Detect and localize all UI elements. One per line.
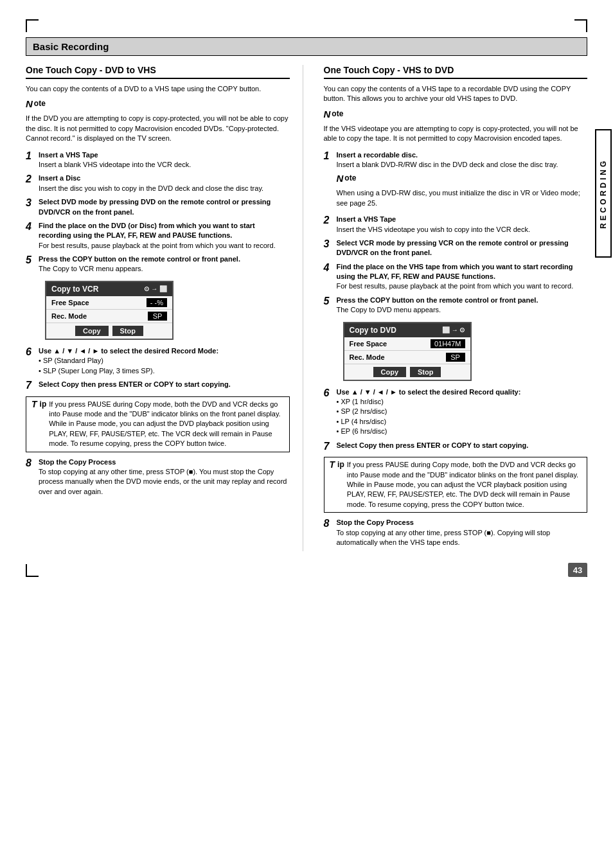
step-detail-2-right: Insert the VHS videotape you wish to cop…: [337, 226, 530, 233]
tip-label-left: ip: [40, 400, 47, 409]
menu-vcr-recmode-value: SP: [148, 312, 167, 321]
tip-icon-left: T: [31, 399, 37, 409]
step-4-right: 4 Find the place on the VHS tape from wh…: [324, 262, 588, 292]
step-title-5-right: Press the COPY button on the remote cont…: [337, 296, 538, 304]
stop-num-left: 8: [26, 457, 35, 469]
tip-icon-right: T: [330, 459, 335, 470]
right-intro: You can copy the contents of a VHS tape …: [324, 84, 588, 104]
step-num-7-left: 7: [26, 380, 35, 391]
right-col-title: One Touch Copy - VHS to DVD: [324, 65, 588, 79]
step-num-6-right: 6: [324, 387, 333, 399]
stop-text-right: To stop copying at any other time, press…: [337, 529, 551, 546]
left-column: One Touch Copy - DVD to VHS You can copy…: [26, 65, 303, 551]
step-title-3-left: Select DVD mode by pressing DVD on the r…: [39, 198, 271, 215]
stop-title-right: Stop the Copy Process: [337, 518, 414, 526]
step-num-3-right: 3: [324, 238, 333, 250]
step-title-3-right: Select VCR mode by pressing VCR on the r…: [337, 239, 569, 256]
menu-vcr-icons: ⊙ → ⬜: [144, 285, 167, 292]
step-detail-6-right: • XP (1 hr/disc)• SP (2 hrs/disc)• LP (4…: [337, 398, 387, 435]
step-num-3-left: 3: [26, 197, 35, 209]
step-1-left: 1 Insert a VHS Tape Insert a blank VHS v…: [26, 150, 290, 170]
step-detail-4-left: For best results, pause playback at the …: [39, 242, 276, 249]
step-6-left: 6 Use ▲ / ▼ / ◄ / ► to select the desire…: [26, 346, 290, 376]
recording-side-label: RECORDING: [595, 129, 612, 258]
step-num-1-left: 1: [26, 150, 35, 162]
step-detail-1-left: Insert a blank VHS videotape into the VC…: [39, 161, 191, 168]
menu-dvd-freespace-row: Free Space 01H47M: [344, 337, 470, 351]
tip-label-right: ip: [337, 460, 344, 469]
step-4-left: 4 Find the place on the DVD (or Disc) fr…: [26, 221, 290, 251]
menu-dvd-recmode-label: Rec. Mode: [350, 353, 446, 361]
right-note: N ote If the VHS videotape you are attem…: [324, 109, 588, 144]
step-7-left: 7 Select Copy then press ENTER or COPY t…: [26, 380, 290, 391]
note-icon-right: N: [324, 109, 331, 119]
menu-vcr-freespace-value: - -%: [147, 298, 167, 307]
menu-vcr-recmode-row: Rec. Mode SP: [46, 310, 172, 323]
menu-vcr-title: Copy to VCR ⊙ → ⬜: [46, 282, 172, 296]
tip-box-right: T ip If you press PAUSE during Copy mode…: [324, 457, 588, 513]
menu-vcr-freespace-row: Free Space - -%: [46, 296, 172, 310]
step-title-1-left: Insert a VHS Tape: [39, 151, 98, 159]
step-6-right: 6 Use ▲ / ▼ / ◄ / ► to select the desire…: [324, 387, 588, 437]
copy-to-dvd-menu: Copy to DVD ⬜ → ⊙ Free Space 01H47M Rec.…: [343, 322, 472, 381]
note-label-left: ote: [34, 99, 46, 108]
step-num-4-right: 4: [324, 262, 333, 274]
step-title-7-left: Select Copy then press ENTER or COPY to …: [39, 380, 231, 388]
left-note: N ote If the DVD you are attempting to c…: [26, 99, 290, 143]
step-title-6-right: Use ▲ / ▼ / ◄ / ► to select the desired …: [337, 388, 521, 396]
page-number: 43: [568, 563, 587, 577]
top-left-mark: [26, 19, 39, 32]
menu-vcr-buttons: Copy Stop: [46, 323, 172, 339]
menu-dvd-freespace-label: Free Space: [350, 340, 431, 348]
note-icon-left: N: [26, 99, 33, 109]
stop-title-left: Stop the Copy Process: [39, 458, 116, 466]
step-title-6-left: Use ▲ / ▼ / ◄ / ► to select the desired …: [39, 347, 218, 355]
step-1-right: 1 Insert a recordable disc. Insert a bla…: [324, 150, 588, 170]
left-note-text: If the DVD you are attempting to copy is…: [26, 114, 290, 143]
step-num-2-left: 2: [26, 173, 35, 185]
step-detail-1-right: Insert a blank DVD-R/RW disc in the DVD …: [337, 161, 558, 168]
menu-vcr-recmode-label: Rec. Mode: [51, 312, 148, 320]
stop-num-right: 8: [324, 518, 333, 529]
stop-button-dvd[interactable]: Stop: [410, 367, 441, 377]
menu-dvd-buttons: Copy Stop: [344, 364, 470, 380]
step-detail-4-right: For best results, pause playback at the …: [337, 282, 574, 290]
stop-button-vcr[interactable]: Stop: [112, 326, 143, 336]
step-title-4-right: Find the place on the VHS tape from whic…: [337, 263, 573, 280]
step-detail-5-left: The Copy to VCR menu appears.: [39, 265, 143, 272]
menu-dvd-recmode-value: SP: [446, 353, 465, 362]
top-right-mark: [574, 19, 587, 32]
bottom-left-mark: [26, 564, 39, 577]
step-num-5-left: 5: [26, 254, 35, 266]
step-title-2-left: Insert a Disc: [39, 174, 80, 182]
step-3-left: 3 Select DVD mode by pressing DVD on the…: [26, 197, 290, 217]
step-num-2-right: 2: [324, 215, 333, 226]
right-note2-text: When using a DVD-RW disc, you must initi…: [337, 188, 588, 208]
step-detail-2-left: Insert the disc you wish to copy in the …: [39, 184, 263, 192]
right-note2: N ote When using a DVD-RW disc, you must…: [337, 173, 588, 208]
step-title-2-right: Insert a VHS Tape: [337, 215, 396, 223]
tip-content-right: If you press PAUSE during Copy mode, bot…: [347, 460, 582, 509]
section-title: Basic Recording: [26, 37, 587, 56]
left-col-title: One Touch Copy - DVD to VHS: [26, 65, 290, 79]
copy-button-dvd[interactable]: Copy: [373, 367, 407, 377]
note-label-right: ote: [332, 109, 343, 118]
tip-content-left: If you press PAUSE during Copy mode, bot…: [49, 400, 283, 449]
right-note-text: If the VHS videotape you are attempting …: [324, 124, 588, 144]
step-num-1-right: 1: [324, 150, 333, 162]
menu-vcr-freespace-label: Free Space: [51, 299, 147, 306]
step-7-right: 7 Select Copy then press ENTER or COPY t…: [324, 441, 588, 452]
note-icon-right2: N: [337, 173, 344, 183]
menu-dvd-icons: ⬜ → ⊙: [442, 326, 465, 333]
left-intro: You can copy the contents of a DVD to a …: [26, 84, 290, 94]
right-column: One Touch Copy - VHS to DVD You can copy…: [321, 65, 588, 551]
step-num-4-left: 4: [26, 221, 35, 233]
copy-to-vcr-menu: Copy to VCR ⊙ → ⬜ Free Space - -% Rec. M…: [45, 281, 173, 340]
step-5-left: 5 Press the COPY button on the remote co…: [26, 254, 290, 274]
tip-box-left: T ip If you press PAUSE during Copy mode…: [26, 396, 290, 452]
copy-button-vcr[interactable]: Copy: [75, 326, 109, 336]
step-num-6-left: 6: [26, 346, 35, 358]
menu-dvd-title: Copy to DVD ⬜ → ⊙: [344, 323, 470, 337]
stop-section-right: 8 Stop the Copy Process To stop copying …: [324, 518, 588, 547]
step-5-right: 5 Press the COPY button on the remote co…: [324, 296, 588, 315]
